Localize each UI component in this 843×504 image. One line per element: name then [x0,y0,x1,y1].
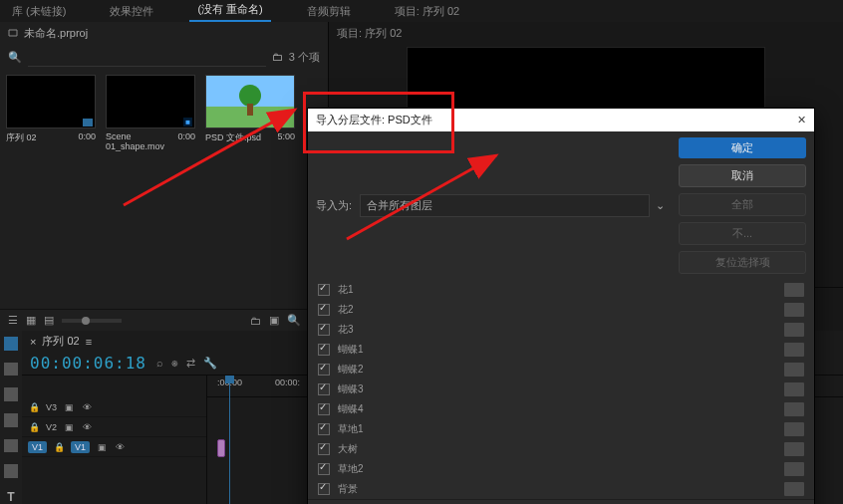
layer-checkbox[interactable] [318,423,330,435]
selection-tool-icon[interactable] [4,337,18,351]
ripple-tool-icon[interactable] [4,387,18,401]
layer-row[interactable]: 大树 [316,439,806,459]
import-as-value: 合并所有图层 [360,194,650,217]
layer-name: 蝴蝶4 [338,402,776,416]
search-icon[interactable]: 🔍 [8,51,22,64]
track-headers: 🔒 V3 ▣ 👁 🔒 V2 ▣ 👁 V1 🔒 V1 ▣ 👁 [22,397,207,504]
cancel-button[interactable]: 取消 [679,164,806,187]
layer-preview-thumb [784,283,804,297]
project-search-input[interactable] [28,47,266,67]
type-tool-icon[interactable]: T [4,490,18,504]
layer-checkbox[interactable] [318,383,330,395]
layer-row[interactable]: 花2 [316,300,806,320]
timecode[interactable]: 00:00:06:18 [30,354,146,373]
dialog-title: 导入分层文件: PSD文件 [316,113,432,127]
layer-row[interactable]: 背景 [316,479,806,499]
project-item-count: 3 个项 [289,50,320,65]
layer-checkbox[interactable] [318,324,330,336]
close-icon[interactable]: ✕ [797,114,806,126]
tab-audioclip[interactable]: 音频剪辑 [299,1,359,22]
layer-name: 蝴蝶3 [338,382,776,396]
folder-icon[interactable]: 🗀 [272,51,283,63]
layer-checkbox[interactable] [318,483,330,495]
layer-checkbox[interactable] [318,344,330,356]
layer-row[interactable]: 蝴蝶2 [316,360,806,379]
track-header[interactable]: V1 🔒 V1 ▣ 👁 [22,437,206,457]
lock-icon[interactable]: 🔒 [28,402,40,412]
select-all-button: 全部 [679,193,806,216]
tab-project-seq[interactable]: 项目: 序列 02 [387,1,467,22]
project-item[interactable]: ■ Scene 01_shape.mov0:00 [106,75,195,151]
item-duration: 5:00 [277,131,295,144]
layer-row[interactable]: 花3 [316,320,806,340]
ruler-tick: 00:00: [275,378,300,387]
project-item[interactable]: 序列 020:00 [6,75,96,151]
layer-row[interactable]: 蝴蝶3 [316,379,806,399]
layer-name: 花1 [338,283,776,297]
project-toolbar: ☰ ▦ ▤ 🗀 ▣ 🔍 🗑 [0,309,328,331]
track-header[interactable]: 🔒 V3 ▣ 👁 [22,397,206,417]
layer-row[interactable]: 蝴蝶4 [316,399,806,419]
layer-list: 花1花2花3蝴蝶1蝴蝶2蝴蝶3蝴蝶4草地1大树草地2背景 [316,280,806,499]
tab-library[interactable]: 库 (未链接) [4,1,74,22]
marker-icon[interactable]: ⎈ [171,357,178,370]
track-select-tool-icon[interactable] [4,363,18,377]
eye-icon[interactable]: 👁 [81,402,93,412]
mute-toggle[interactable]: ▣ [63,422,75,432]
svg-rect-1 [247,104,253,116]
reset-selection-button: 复位选择项 [679,251,806,274]
eye-icon[interactable]: 👁 [114,442,126,452]
lock-icon[interactable]: 🔒 [53,442,65,452]
lock-icon[interactable]: 🔒 [28,422,40,432]
item-name: Scene 01_shape.mov [106,131,177,151]
layer-checkbox[interactable] [318,403,330,415]
pen-tool-icon[interactable] [4,439,18,453]
ok-button[interactable]: 确定 [679,137,806,158]
eye-icon[interactable]: 👁 [81,422,93,432]
zoom-slider[interactable] [62,319,122,323]
dialog-titlebar[interactable]: 导入分层文件: PSD文件 ✕ [308,109,814,131]
mute-toggle[interactable]: ▣ [96,442,108,452]
layer-checkbox[interactable] [318,463,330,475]
settings-icon[interactable]: 🔧 [203,357,217,370]
new-item-icon[interactable]: ▣ [269,314,279,327]
layer-checkbox[interactable] [318,364,330,376]
layer-row[interactable]: 蝴蝶1 [316,340,806,360]
list-view-icon[interactable]: ☰ [8,314,18,327]
snap-icon[interactable]: ⌕ [156,357,163,370]
import-as-select[interactable]: 合并所有图层 ⌄ [360,194,671,217]
program-header: 项目: 序列 02 [329,22,843,45]
tab-effects[interactable]: 效果控件 [102,1,161,22]
layer-row[interactable]: 草地2 [316,459,806,479]
layer-checkbox[interactable] [318,443,330,455]
razor-tool-icon[interactable] [4,413,18,427]
find-icon[interactable]: 🔍 [287,314,301,327]
chevron-down-icon[interactable]: ⌄ [650,199,671,212]
project-item[interactable]: PSD 文件.psd5:00 [205,75,295,151]
track-chip[interactable]: V1 [28,441,47,453]
layer-checkbox[interactable] [318,304,330,316]
layer-row[interactable]: 花1 [316,280,806,300]
layer-row[interactable]: 草地1 [316,419,806,439]
icon-view-icon[interactable]: ▦ [26,314,36,327]
freeform-view-icon[interactable]: ▤ [44,314,54,327]
layer-preview-thumb [784,462,804,476]
mute-toggle[interactable]: ▣ [63,402,75,412]
item-duration: 0:00 [78,131,96,144]
layer-name: 大树 [338,442,776,456]
new-bin-icon[interactable]: 🗀 [250,315,261,327]
track-header[interactable]: 🔒 V2 ▣ 👁 [22,417,206,437]
tab-rename[interactable]: (没有 重命名) [189,0,270,22]
tree-thumbnail-icon [230,82,270,122]
link-icon[interactable]: ⇄ [186,357,195,370]
layer-preview-thumb [784,382,804,396]
layer-checkbox[interactable] [318,284,330,296]
layer-name: 草地2 [338,462,776,476]
hand-tool-icon[interactable] [4,464,18,478]
layer-preview-thumb [784,343,804,357]
layer-name: 草地1 [338,422,776,436]
item-duration: 0:00 [177,131,195,151]
project-panel: 未命名.prproj 🔍 🗀 3 个项 序列 020:00 ■ Scene 01… [0,22,329,331]
clip[interactable] [217,439,225,457]
track-id: V1 [71,441,90,453]
